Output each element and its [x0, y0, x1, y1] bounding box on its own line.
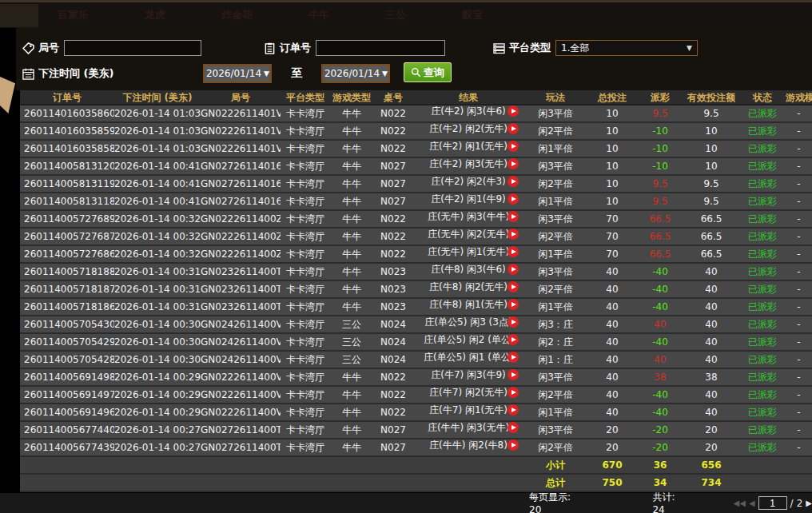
total-pages-label: 2: [797, 498, 803, 509]
cell-valid: 40: [683, 334, 739, 350]
cell-game: 牛牛: [330, 387, 373, 403]
cell-mode: -: [786, 123, 812, 139]
cell-valid: 66.5: [683, 246, 739, 262]
cell-time: 2026-01-14 00:27:32: [114, 439, 201, 455]
nav-item-1[interactable]: 龙虎: [145, 8, 165, 22]
play-video-button[interactable]: [508, 123, 519, 134]
play-video-button[interactable]: [508, 439, 519, 451]
next-page-button[interactable]: ▶: [806, 499, 812, 507]
cell-time: 2026-01-14 00:30:28: [114, 334, 201, 350]
nav-item-0[interactable]: 百家乐: [58, 8, 89, 22]
left-decoration: [0, 77, 15, 113]
cell-round: GN0272611400T: [201, 422, 281, 438]
result-text: 庄(单公5) 闲1 (单公2): [424, 349, 513, 365]
nav-item-3[interactable]: 牛牛: [308, 8, 329, 22]
play-video-button[interactable]: [508, 158, 519, 169]
play-video-button[interactable]: [508, 369, 519, 380]
play-video-button[interactable]: [508, 176, 519, 187]
cell-status: 已派彩: [739, 334, 786, 350]
play-video-button[interactable]: [508, 299, 519, 310]
page-number-input[interactable]: [758, 496, 787, 510]
calendar-icon: [22, 68, 34, 80]
cell-round: GN0232611400T: [201, 299, 281, 315]
play-video-button[interactable]: [508, 281, 519, 292]
cell-valid: 40: [683, 404, 739, 420]
cell-platform: 卡卡湾厅: [281, 123, 330, 139]
order-number-input[interactable]: [316, 40, 445, 56]
cell-valid: 9.5: [683, 176, 739, 192]
play-video-button[interactable]: [508, 404, 519, 416]
cell-mode: -: [786, 422, 812, 438]
cell-time: 2026-01-14 00:32:43: [114, 246, 201, 262]
column-header-1: 下注时间 (美东): [114, 89, 201, 105]
cell-tbl: N022: [373, 123, 413, 139]
cell-tbl: N022: [373, 211, 413, 227]
cell-status: 已派彩: [739, 176, 786, 192]
cell-time: 2026-01-14 00:27:32: [114, 422, 201, 438]
play-video-button[interactable]: [508, 352, 519, 363]
cell-time: 2026-01-14 00:29:00: [114, 404, 201, 420]
cell-play: 闲1平倍: [523, 193, 587, 209]
round-number-input[interactable]: [64, 40, 201, 56]
chevron-down-icon: ▼: [264, 70, 269, 78]
cell-time: 2026-01-14 00:29:00: [114, 369, 201, 385]
date-to-picker[interactable]: 2026/01/14 ▼: [321, 64, 390, 83]
cell-mode: -: [786, 352, 812, 368]
nav-item-5[interactable]: 骰宝: [462, 8, 483, 22]
play-video-button[interactable]: [508, 229, 519, 240]
cell-bet: 40: [587, 369, 637, 385]
cell-order: 260114005813119: [20, 176, 114, 192]
sum-label: 小计: [523, 457, 587, 473]
cell-mode: -: [786, 229, 812, 245]
cell-status: 已派彩: [739, 439, 786, 455]
cell-platform: 卡卡湾厅: [281, 387, 330, 403]
cell-mode: -: [786, 387, 812, 403]
nav-item-2[interactable]: 炸金花: [221, 8, 253, 22]
prev-page-button[interactable]: ◀: [749, 499, 755, 507]
column-header-12: 游戏模式: [786, 89, 812, 105]
cell-tbl: N027: [373, 193, 413, 209]
cell-play: 闲2平倍: [523, 387, 587, 403]
column-header-3: 平台类型: [281, 89, 330, 105]
cell-order: 260114016035859: [20, 123, 114, 139]
cell-mode: -: [786, 211, 812, 227]
cell-time: 2026-01-14 00:30:28: [114, 316, 201, 332]
first-page-button[interactable]: ◀◀: [734, 499, 746, 507]
play-video-button[interactable]: [508, 141, 519, 152]
cell-payout: -40: [637, 299, 683, 315]
date-from-picker[interactable]: 2026/01/14 ▼: [203, 64, 272, 83]
play-video-button[interactable]: [508, 264, 519, 275]
cell-time: 2026-01-14 00:41:12: [114, 176, 201, 192]
sum-label: 总计: [523, 475, 587, 491]
cell-order: 260114005727686: [20, 246, 114, 262]
cell-mode: -: [786, 281, 812, 297]
cell-tbl: N022: [373, 387, 413, 403]
cell-platform: 卡卡湾厅: [281, 141, 330, 157]
round-number-label-text: 局号: [38, 41, 59, 55]
result-text: 庄(牛牛) 闲3(无牛): [428, 420, 509, 435]
play-video-button[interactable]: [508, 334, 519, 345]
cell-order: 260114005705429: [20, 334, 114, 350]
search-button[interactable]: 查询: [404, 62, 452, 82]
sum-bet: 670: [587, 457, 637, 473]
play-video-button[interactable]: [508, 193, 519, 205]
play-video-button[interactable]: [508, 211, 519, 222]
nav-item-4[interactable]: 三公: [385, 8, 406, 22]
cell-status: 已派彩: [739, 404, 786, 420]
play-video-button[interactable]: [508, 422, 519, 433]
platform-type-select[interactable]: 1.全部 ▼: [555, 40, 698, 56]
date-to-value: 2026/01/14: [324, 68, 380, 79]
cell-round: GN0222611400Z: [201, 211, 281, 227]
cell-platform: 卡卡湾厅: [281, 422, 330, 438]
chevron-down-icon: ▼: [687, 44, 692, 52]
result-text: 庄(牛8) 闲3(牛6): [431, 261, 505, 277]
nav-active-tab[interactable]: [0, 4, 38, 27]
play-video-button[interactable]: [508, 316, 519, 328]
sum-valid: 734: [683, 475, 739, 491]
play-video-button[interactable]: [508, 387, 519, 398]
platform-type-selected-value: 1.全部: [561, 42, 589, 55]
play-video-button[interactable]: [508, 105, 519, 117]
play-video-button[interactable]: [508, 246, 519, 257]
column-header-4: 游戏类型: [330, 89, 373, 105]
search-icon: [411, 67, 421, 78]
